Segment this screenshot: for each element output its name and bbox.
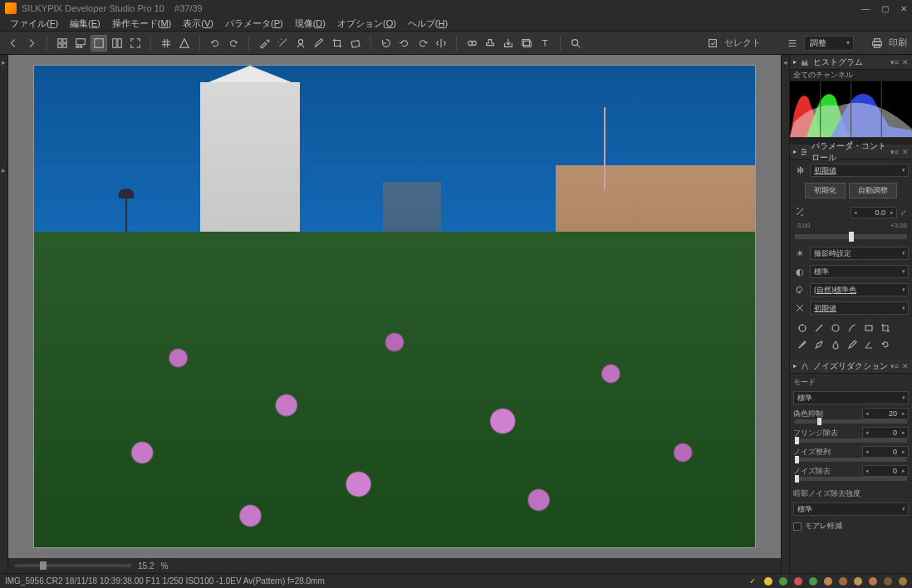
param-header[interactable]: ▸ パラメータ・コントロール ▾≡✕ bbox=[790, 145, 912, 159]
angle-icon[interactable] bbox=[861, 337, 876, 352]
multi-view-icon[interactable] bbox=[109, 35, 125, 51]
noise-header[interactable]: ▸ ノイズリダクション ▾≡✕ bbox=[790, 359, 912, 374]
menu-ファイル[interactable]: ファイル(F) bbox=[5, 17, 63, 31]
pen-icon[interactable] bbox=[811, 337, 826, 352]
moire-checkbox[interactable] bbox=[793, 522, 802, 531]
status-dot[interactable] bbox=[884, 577, 892, 586]
panel-close-icon[interactable]: ✕ bbox=[902, 148, 909, 156]
wand-icon[interactable] bbox=[274, 35, 291, 51]
status-dot[interactable] bbox=[854, 577, 862, 586]
undo-icon[interactable] bbox=[207, 35, 223, 51]
rect-icon[interactable] bbox=[861, 321, 876, 336]
print-icon[interactable] bbox=[869, 35, 885, 51]
histogram-header[interactable]: ▸ ヒストグラム ▾≡✕ bbox=[790, 55, 912, 70]
menu-現像[interactable]: 現像(D) bbox=[290, 17, 331, 31]
menu-オプション[interactable]: オプション(O) bbox=[332, 17, 401, 31]
status-dot[interactable] bbox=[899, 577, 907, 586]
panel-menu-icon[interactable]: ▾≡ bbox=[890, 58, 899, 66]
exposure-slider[interactable] bbox=[795, 234, 907, 239]
wb-dropdown[interactable]: 撮影時設定 bbox=[810, 247, 909, 260]
brush2-icon[interactable] bbox=[795, 337, 810, 352]
menu-表示[interactable]: 表示(V) bbox=[178, 17, 218, 31]
curve-icon[interactable] bbox=[845, 321, 860, 336]
layers-icon[interactable] bbox=[518, 35, 535, 51]
lens-icon[interactable] bbox=[828, 321, 843, 336]
text-icon[interactable] bbox=[537, 35, 553, 51]
minimize-button[interactable]: — bbox=[861, 4, 870, 13]
noise-spinner-0[interactable]: ◂20▸ bbox=[862, 408, 909, 419]
expand-icon[interactable]: ⤢ bbox=[900, 208, 907, 217]
noise-slider-3[interactable] bbox=[795, 477, 907, 481]
fit-icon[interactable] bbox=[127, 35, 144, 51]
loupe-icon[interactable] bbox=[567, 35, 584, 51]
status-check-icon[interactable]: ✓ bbox=[749, 576, 756, 586]
histogram-channel[interactable]: 全てのチャンネル bbox=[790, 70, 912, 81]
status-dot[interactable] bbox=[794, 577, 802, 586]
panel-menu-icon[interactable]: ▾≡ bbox=[890, 148, 899, 156]
noise-spinner-2[interactable]: ◂0▸ bbox=[862, 446, 909, 458]
panel-close-icon[interactable]: ✕ bbox=[902, 58, 909, 66]
auto-button[interactable]: 自動調整 bbox=[849, 183, 897, 198]
expand-left-icon[interactable]: ▸ bbox=[2, 58, 6, 66]
noise-slider-0[interactable] bbox=[795, 419, 907, 424]
eyedropper-icon[interactable] bbox=[256, 35, 272, 51]
status-dot[interactable] bbox=[779, 577, 787, 586]
dark-noise-dropdown[interactable]: 標準 bbox=[793, 502, 909, 516]
menu-パラメータ[interactable]: パラメータ(P) bbox=[220, 17, 288, 31]
status-dot[interactable] bbox=[824, 577, 832, 586]
noise-spinner-3[interactable]: ◂0▸ bbox=[862, 465, 909, 477]
rotate-ccw-icon[interactable] bbox=[396, 35, 413, 51]
thumbnail-view-icon[interactable] bbox=[54, 35, 71, 51]
expand-left2-icon[interactable]: ▸ bbox=[2, 166, 6, 174]
status-dot[interactable] bbox=[869, 577, 877, 586]
adjust-list-icon[interactable] bbox=[784, 35, 801, 51]
skin-tone-icon[interactable] bbox=[292, 35, 309, 51]
spot-icon[interactable] bbox=[463, 35, 480, 51]
rotate-cw-icon[interactable] bbox=[414, 35, 431, 51]
rotate-left-icon[interactable] bbox=[378, 35, 395, 51]
status-dot[interactable] bbox=[839, 577, 847, 586]
crop-icon[interactable] bbox=[329, 35, 346, 51]
warning-icon[interactable] bbox=[176, 35, 193, 51]
forward-icon[interactable] bbox=[23, 35, 40, 51]
preview-canvas[interactable] bbox=[8, 55, 781, 558]
collapse-right-icon[interactable]: ◂ bbox=[783, 58, 787, 66]
back-icon[interactable] bbox=[5, 35, 22, 51]
menu-編集[interactable]: 編集(E) bbox=[65, 17, 105, 31]
menu-ヘルプ[interactable]: ヘルプ(H) bbox=[403, 17, 453, 31]
contrast-dropdown[interactable]: 標準 bbox=[810, 265, 909, 278]
exposure-spinner[interactable]: ◂0.0▸ bbox=[851, 207, 897, 218]
preview-view-icon[interactable] bbox=[91, 35, 107, 51]
noise-slider-1[interactable] bbox=[795, 439, 907, 443]
panel-close-icon[interactable]: ✕ bbox=[902, 362, 909, 370]
preset-dropdown[interactable]: 初期値 bbox=[810, 164, 909, 177]
select-mode-icon[interactable] bbox=[704, 35, 721, 51]
stamp-icon[interactable] bbox=[482, 35, 498, 51]
moire-checkbox-row[interactable]: モアレ軽減 bbox=[793, 519, 909, 533]
color-dropdown[interactable]: (自然)標準色 bbox=[810, 283, 909, 296]
flip-icon[interactable] bbox=[433, 35, 449, 51]
adjust-dropdown[interactable]: 調整 bbox=[804, 36, 854, 51]
close-button[interactable]: ✕ bbox=[900, 4, 907, 13]
sharp-dropdown[interactable]: 初期値 bbox=[810, 301, 909, 315]
brush-icon[interactable] bbox=[311, 35, 327, 51]
edit-icon[interactable] bbox=[845, 337, 860, 352]
rotate-free-icon[interactable] bbox=[347, 35, 364, 51]
status-dot[interactable] bbox=[809, 577, 817, 586]
refresh-icon[interactable] bbox=[878, 337, 893, 352]
zoom-slider[interactable] bbox=[15, 564, 131, 567]
menu-操作モード[interactable]: 操作モード(M) bbox=[107, 17, 177, 31]
status-dot[interactable] bbox=[764, 577, 772, 586]
blur-icon[interactable] bbox=[828, 337, 843, 352]
highlight-icon[interactable] bbox=[795, 321, 810, 336]
maximize-button[interactable]: ▢ bbox=[881, 4, 889, 13]
export-icon[interactable] bbox=[500, 35, 517, 51]
combined-view-icon[interactable] bbox=[72, 35, 89, 51]
noise-spinner-1[interactable]: ◂0▸ bbox=[862, 427, 909, 439]
init-button[interactable]: 初期化 bbox=[805, 183, 846, 198]
panel-menu-icon[interactable]: ▾≡ bbox=[890, 362, 899, 370]
tone-icon[interactable] bbox=[811, 321, 826, 336]
crop2-icon[interactable] bbox=[878, 321, 893, 336]
noise-mode-dropdown[interactable]: 標準 bbox=[793, 391, 909, 404]
redo-icon[interactable] bbox=[225, 35, 242, 51]
